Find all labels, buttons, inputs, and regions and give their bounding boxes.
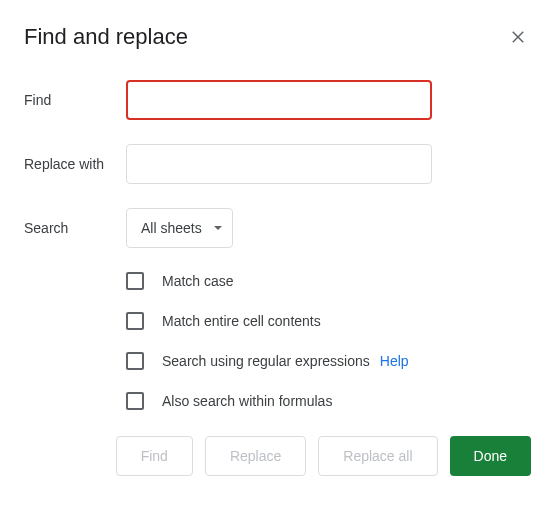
button-bar: Find Replace Replace all Done: [24, 436, 531, 476]
formulas-checkbox[interactable]: [126, 392, 144, 410]
formulas-row: Also search within formulas: [126, 392, 531, 410]
search-scope-select[interactable]: All sheets: [126, 208, 233, 248]
find-label: Find: [24, 92, 126, 108]
find-button[interactable]: Find: [116, 436, 193, 476]
match-entire-row: Match entire cell contents: [126, 312, 531, 330]
find-input[interactable]: [126, 80, 432, 120]
match-case-label: Match case: [162, 273, 234, 289]
search-row: Search All sheets: [24, 208, 531, 248]
regex-help-link[interactable]: Help: [380, 353, 409, 369]
done-button[interactable]: Done: [450, 436, 531, 476]
chevron-down-icon: [214, 226, 222, 230]
regex-row: Search using regular expressions Help: [126, 352, 531, 370]
replace-label: Replace with: [24, 156, 126, 172]
search-label: Search: [24, 220, 126, 236]
replace-all-button[interactable]: Replace all: [318, 436, 437, 476]
find-replace-dialog: Find and replace Find Replace with Searc…: [0, 0, 555, 500]
dialog-title: Find and replace: [24, 24, 188, 50]
regex-label: Search using regular expressions: [162, 353, 370, 369]
match-case-row: Match case: [126, 272, 531, 290]
options-group: Match case Match entire cell contents Se…: [126, 272, 531, 410]
match-entire-label: Match entire cell contents: [162, 313, 321, 329]
replace-row: Replace with: [24, 144, 531, 184]
regex-checkbox[interactable]: [126, 352, 144, 370]
close-icon: [509, 28, 527, 46]
close-button[interactable]: [505, 24, 531, 50]
find-row: Find: [24, 80, 531, 120]
search-scope-value: All sheets: [141, 220, 202, 236]
search-scope-select-wrap: All sheets: [126, 208, 233, 248]
match-case-checkbox[interactable]: [126, 272, 144, 290]
replace-button[interactable]: Replace: [205, 436, 306, 476]
match-entire-checkbox[interactable]: [126, 312, 144, 330]
replace-input[interactable]: [126, 144, 432, 184]
dialog-header: Find and replace: [24, 24, 531, 50]
formulas-label: Also search within formulas: [162, 393, 332, 409]
